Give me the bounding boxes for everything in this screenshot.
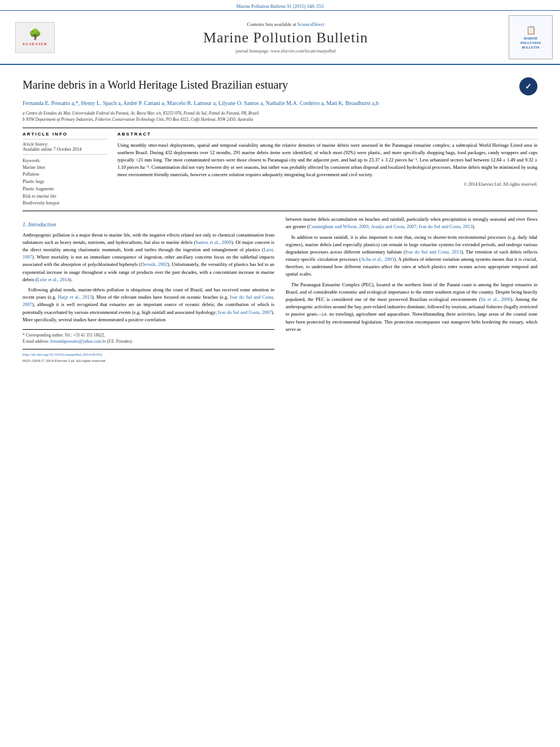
para-1: Anthropogenic pollution is a major threa…: [23, 231, 274, 283]
keyword-3: Plastic bags: [23, 178, 107, 186]
doi-link: http://dx.doi.org/10.1016/j.marpolbul.20…: [23, 352, 274, 358]
doi-anchor[interactable]: http://dx.doi.org/10.1016/j.marpolbul.20…: [23, 352, 102, 357]
keyword-5: Risk to marine life: [23, 193, 107, 200]
bottom-bar: http://dx.doi.org/10.1016/j.marpolbul.20…: [23, 349, 274, 366]
journal-logo-text: MARINEPOLLUTIONBULLETIN: [520, 37, 541, 50]
ref-ivar-2007b[interactable]: Ivar do Sul and Costa, 2007: [218, 309, 272, 315]
contents-link: Contents lists available at ScienceDirec…: [247, 21, 325, 27]
keywords-label: Keywords:: [23, 158, 107, 163]
article-body: Marine debris in a World Heritage Listed…: [0, 65, 560, 372]
keyword-4: Plastic fragments: [23, 186, 107, 193]
crossmark-icon: ✓: [525, 82, 532, 91]
elsevier-wordmark: ELSEVIER: [23, 42, 47, 46]
header-area: 🌳 ELSEVIER Contents lists available at S…: [0, 11, 560, 65]
affiliation-b: b NSW Department of Primary Industries, …: [23, 116, 537, 123]
para-right-1: between marine debris accumulation on be…: [286, 216, 537, 230]
ref-cunningham-2003[interactable]: Cunningham and Wilson, 2003; Araújo and …: [309, 224, 473, 229]
authors: Fernanda E. Possatto a,*, Henry L. Spach…: [23, 99, 537, 108]
keyword-2: Pollution: [23, 171, 107, 178]
elsevier-logo-container: 🌳 ELSEVIER: [7, 15, 63, 59]
contents-text: Contents lists available at: [247, 21, 296, 27]
body-section: 1. Introduction Anthropogenic pollution …: [23, 216, 537, 366]
body-text-left: Anthropogenic pollution is a major threa…: [23, 231, 274, 324]
sciencedirect-link[interactable]: ScienceDirect: [298, 21, 325, 27]
homepage-url: www.elsevier.com/locate/marpolbul: [270, 49, 335, 54]
footnote-corresponding: * Corresponding author. Tel.: +55 41 351…: [23, 332, 274, 338]
journal-title: Marine Pollution Bulletin: [203, 29, 368, 46]
para-right-2: In addition to season rainfall, it is al…: [286, 234, 537, 278]
page: Marine Pollution Bulletin 91 (2015) 548–…: [0, 0, 560, 747]
top-bar: Marine Pollution Bulletin 91 (2015) 548–…: [0, 0, 560, 11]
divider-abstract: [117, 139, 537, 139]
copyright: © 2014 Elsevier Ltd. All rights reserved…: [117, 182, 537, 187]
title-area: Marine debris in a World Heritage Listed…: [23, 71, 537, 99]
divider-2: [23, 211, 537, 211]
body-text-right: between marine debris accumulation on be…: [286, 216, 537, 333]
email-link[interactable]: fernandapossatto@yahoo.com.br: [50, 339, 106, 344]
abstract-text: Using monthly otter-trawl deployments, s…: [117, 142, 537, 179]
ref-laist-1997[interactable]: Laist, 1997: [23, 247, 274, 260]
section1-title-text: 1. Introduction: [23, 221, 56, 228]
email-label: E-mail address:: [23, 339, 49, 344]
elsevier-logo: 🌳 ELSEVIER: [15, 22, 55, 53]
divider-info: [23, 139, 107, 139]
abstract-panel: ABSTRACT Using monthly otter-trawl deplo…: [117, 132, 537, 208]
ref-derraik-2002[interactable]: Derraik, 2002: [141, 261, 167, 267]
body-col-right: between marine debris accumulation on be…: [286, 216, 537, 366]
crossmark-badge: ✓: [519, 77, 537, 95]
divider-info-2: [23, 154, 107, 155]
section1-title: 1. Introduction: [23, 220, 274, 229]
footnote-area: * Corresponding author. Tel.: +55 41 351…: [23, 329, 274, 345]
article-info-heading: ARTICLE INFO: [23, 132, 107, 137]
ref-acha-2003[interactable]: Acha et al., 2003: [361, 256, 394, 262]
abstract-heading: ABSTRACT: [117, 132, 537, 137]
issn-info: 0025-326X/© 2014 Elsevier Ltd. All right…: [23, 358, 274, 364]
journal-logo-right: 📋 MARINEPOLLUTIONBULLETIN: [508, 15, 553, 59]
para-right-3: The Paranaguá Estuarine Complex (PEC), l…: [286, 281, 537, 333]
journal-logo-box: 📋 MARINEPOLLUTIONBULLETIN: [509, 15, 553, 59]
history-label: Article history:: [23, 142, 107, 147]
keyword-1: Marine litter: [23, 164, 107, 172]
footnote-email: E-mail address: fernandapossatto@yahoo.c…: [23, 338, 274, 344]
divider-1: [23, 128, 537, 128]
ref-sa-2006[interactable]: Sá et al., 2006: [481, 296, 511, 302]
email-name: (F.E. Possatto).: [107, 339, 133, 344]
affiliations: a Centro de Estudos do Mar, Universidade…: [23, 110, 537, 123]
para-2: Following global trends, marine-debris p…: [23, 286, 274, 324]
tree-icon: 🌳: [29, 28, 41, 41]
article-info-panel: ARTICLE INFO Article history: Available …: [23, 132, 107, 208]
journal-homepage: journal homepage: www.elsevier.com/locat…: [235, 49, 335, 54]
body-col-left: 1. Introduction Anthropogenic pollution …: [23, 216, 274, 366]
history-value: Available online 7 October 2014: [23, 147, 107, 152]
ref-ivar-2013[interactable]: Ivar do Sul and Costa, 2013: [405, 249, 461, 255]
info-abstract-section: ARTICLE INFO Article history: Available …: [23, 132, 537, 208]
ref-hatje-2013[interactable]: Hatje et al., 2013: [58, 294, 92, 300]
affiliation-a: a Centro de Estudos do Mar, Universidade…: [23, 110, 537, 116]
journal-header-center: Contents lists available at ScienceDirec…: [68, 15, 504, 59]
article-title: Marine debris in a World Heritage Listed…: [23, 77, 514, 92]
author-list: Fernanda E. Possatto a,*, Henry L. Spach…: [23, 100, 379, 106]
ref-santos-2009[interactable]: Santos et al., 2009: [195, 239, 231, 245]
homepage-label: journal homepage:: [235, 49, 269, 54]
keyword-6: Biodiversity hotspot: [23, 200, 107, 207]
journal-citation: Marine Pollution Bulletin 91 (2015) 548–…: [237, 3, 324, 9]
ref-leite-2014[interactable]: Leite et al., 2014: [37, 277, 69, 282]
